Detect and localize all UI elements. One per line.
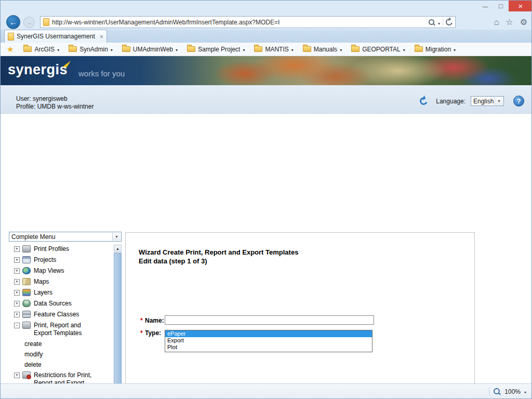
expand-icon[interactable]: +: [14, 246, 20, 252]
sidebar-item-label[interactable]: modify: [24, 351, 43, 358]
refresh-icon[interactable]: [419, 96, 429, 107]
favorite-migration[interactable]: Migration: [410, 45, 460, 54]
chevron-down-icon[interactable]: [243, 46, 245, 53]
language-select[interactable]: English: [471, 96, 504, 106]
synergis-logo: synergis: [8, 62, 68, 78]
favorite-mantis[interactable]: MANTIS: [249, 45, 298, 54]
sidebar-item-label[interactable]: Print Profiles: [34, 245, 69, 253]
sidebar-item-print-report-export-templates[interactable]: - Print, Report and Export Templates: [9, 320, 122, 339]
refresh-icon[interactable]: [445, 18, 454, 27]
forward-button[interactable]: →: [23, 17, 35, 28]
chevron-down-icon[interactable]: [524, 388, 526, 395]
close-button[interactable]: [509, 1, 532, 11]
expand-icon[interactable]: +: [14, 268, 20, 274]
logo-tagline: works for you: [78, 69, 125, 78]
sidebar-tree: + Print Profiles + Projects + Map Views …: [9, 244, 122, 399]
favorite-label: GEOPORTAL: [362, 46, 401, 53]
back-button[interactable]: ←: [6, 15, 20, 29]
favorite-arcgis[interactable]: ArcGIS: [19, 45, 64, 54]
sidebar-item-label[interactable]: Projects: [34, 256, 56, 264]
favorite-label: Migration: [425, 46, 451, 53]
chevron-down-icon[interactable]: [438, 18, 440, 27]
sidebar-item-label[interactable]: Feature Classes: [34, 311, 79, 318]
page-content: Complete Menu + Print Profiles + Project…: [1, 114, 532, 383]
type-option-epaper[interactable]: ePaper: [165, 330, 372, 337]
scrollbar-thumb[interactable]: [114, 253, 122, 399]
expand-icon[interactable]: +: [14, 373, 20, 378]
sidebar-item-label[interactable]: Layers: [34, 289, 52, 297]
projects-icon: [22, 256, 31, 263]
user-bar: User: synergisweb Profile: UMDB w-ws-win…: [1, 85, 532, 114]
url-text[interactable]: http://w-ws-wintner/UserManagementAdminW…: [52, 19, 425, 26]
favorites-star-icon[interactable]: ★: [7, 45, 14, 54]
favorites-icon[interactable]: ☆: [506, 18, 513, 26]
sidebar-item-label[interactable]: Maps: [34, 278, 49, 286]
maximize-button[interactable]: [493, 1, 509, 11]
folder-icon: [187, 46, 195, 52]
tab-bar: SynerGIS Usermanagement ...: [1, 30, 532, 43]
sidebar-item-label[interactable]: Map Views: [34, 267, 64, 275]
chevron-down-icon: [112, 233, 121, 241]
expand-icon[interactable]: +: [14, 257, 20, 263]
divider: [489, 387, 489, 396]
sidebar-item-maps[interactable]: + Maps: [9, 276, 122, 287]
address-bar[interactable]: http://w-ws-wintner/UserManagementAdminW…: [40, 16, 456, 28]
favorite-manuals[interactable]: Manuals: [298, 45, 347, 54]
expand-icon[interactable]: +: [14, 290, 20, 296]
minimize-button[interactable]: [477, 1, 493, 11]
folder-icon: [415, 46, 423, 52]
menu-mode-select[interactable]: Complete Menu: [9, 232, 122, 242]
collapse-icon[interactable]: -: [14, 323, 20, 328]
favorite-umadminweb[interactable]: UMAdminWeb: [117, 45, 182, 54]
chevron-down-icon[interactable]: [176, 46, 178, 53]
chevron-down-icon[interactable]: [291, 46, 294, 53]
browser-actions: ⌂ ☆ ⚙: [494, 17, 527, 28]
chevron-down-icon[interactable]: [111, 46, 113, 53]
help-button[interactable]: ?: [513, 96, 524, 107]
layers-icon: [22, 289, 31, 296]
language-value: English: [473, 98, 494, 105]
sidebar-item-delete[interactable]: delete: [9, 360, 122, 370]
expand-icon[interactable]: +: [14, 301, 20, 307]
profile-value: UMDB w-ws-wintner: [37, 103, 94, 110]
sidebar-item-label[interactable]: create: [24, 340, 42, 348]
favorite-label: Sample Project: [198, 46, 240, 53]
expand-icon[interactable]: +: [14, 279, 20, 285]
folder-icon: [23, 46, 32, 52]
name-label: Name:: [145, 317, 164, 324]
sidebar-item-label[interactable]: Data Sources: [34, 300, 72, 308]
home-icon[interactable]: ⌂: [494, 18, 499, 26]
user-label: User:: [16, 95, 31, 102]
user-bar-controls: Language: English ?: [420, 96, 524, 107]
sidebar-scrollbar[interactable]: [114, 245, 122, 399]
chevron-down-icon[interactable]: [340, 46, 342, 53]
chevron-down-icon[interactable]: [403, 46, 405, 53]
search-icon[interactable]: [428, 19, 435, 26]
favorite-synadmin[interactable]: SynAdmin: [64, 45, 117, 54]
type-option-plot[interactable]: Plot: [165, 344, 372, 351]
tab-close-icon[interactable]: [100, 32, 103, 41]
sidebar-item-layers[interactable]: + Layers: [9, 287, 122, 298]
sidebar-item-print-profiles[interactable]: + Print Profiles: [9, 244, 122, 255]
favorite-sample-project[interactable]: Sample Project: [182, 45, 249, 54]
page-icon: [43, 18, 49, 26]
name-input[interactable]: [165, 315, 374, 325]
sidebar-item-create[interactable]: create: [9, 339, 122, 349]
chevron-down-icon[interactable]: [57, 46, 59, 53]
sidebar-item-data-sources[interactable]: + Data Sources: [9, 298, 122, 309]
type-option-export[interactable]: Export: [165, 337, 372, 344]
sidebar-item-label[interactable]: Print, Report and Export Templates: [34, 322, 95, 337]
sidebar-item-map-views[interactable]: + Map Views: [9, 265, 122, 276]
favorite-geoportal[interactable]: GEOPORTAL: [347, 45, 410, 54]
sidebar-item-label[interactable]: delete: [24, 361, 42, 368]
chevron-down-icon[interactable]: [454, 46, 456, 53]
folder-icon: [351, 46, 360, 52]
sidebar-item-projects[interactable]: + Projects: [9, 255, 122, 265]
sidebar-item-feature-classes[interactable]: + Feature Classes: [9, 309, 122, 320]
tab-synergis-usermanagement[interactable]: SynerGIS Usermanagement ...: [4, 30, 107, 43]
settings-gear-icon[interactable]: ⚙: [520, 18, 527, 26]
scroll-up-icon[interactable]: [114, 245, 122, 252]
zoom-control[interactable]: 100%: [489, 387, 526, 396]
sidebar-item-modify[interactable]: modify: [9, 349, 122, 360]
expand-icon[interactable]: +: [14, 312, 20, 317]
